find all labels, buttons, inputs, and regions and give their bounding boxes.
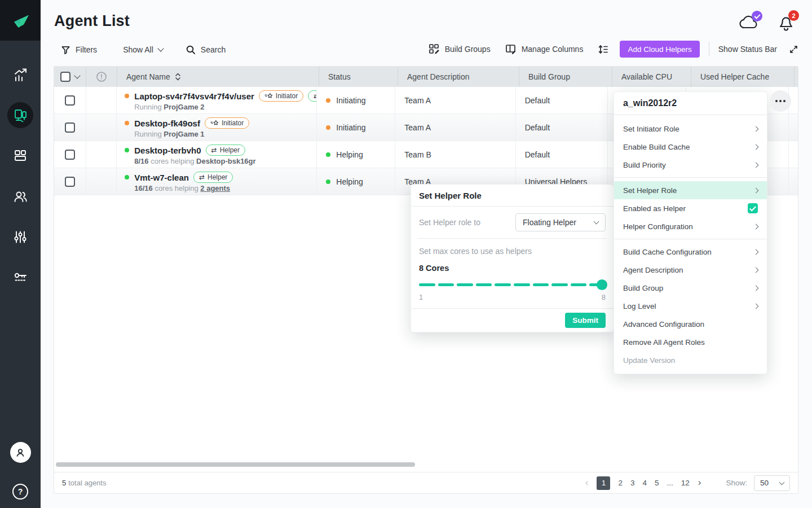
agent-name: Vmt-w7-clean (134, 173, 189, 182)
menu-item-build-cache-configuration[interactable]: Build Cache Configuration (614, 243, 767, 261)
menu-item-set-initiator-role[interactable]: Set Initiator Role (614, 120, 767, 138)
help-button[interactable]: ? (11, 482, 30, 501)
page-button[interactable]: 3 (630, 479, 635, 487)
cloud-status-button[interactable] (739, 14, 759, 30)
build-group-cell: Default (525, 150, 550, 159)
page-size-select[interactable]: 50 (754, 475, 790, 491)
agent-subtitle: 8/16 cores helping Desktop-bsk16gr (134, 157, 255, 165)
show-status-bar-button[interactable]: Show Status Bar (718, 45, 798, 54)
sidebar-item-settings[interactable] (0, 217, 41, 257)
row-checkbox[interactable] (65, 150, 75, 160)
dialog-title: Set Helper Role (411, 185, 614, 207)
row-actions-button[interactable] (770, 90, 791, 112)
build-groups-button[interactable]: Build Groups (429, 43, 491, 55)
row-checkbox[interactable] (65, 95, 75, 106)
slider-track[interactable] (419, 283, 606, 286)
column-header-agent-name[interactable]: Agent Name (117, 67, 319, 87)
logo-icon (8, 8, 33, 33)
manage-columns-button[interactable]: Manage Columns (505, 43, 584, 55)
agent-subtitle: 16/16 cores helping 2 agents (134, 184, 233, 192)
chevron-right-icon (753, 224, 759, 229)
user-avatar[interactable] (10, 442, 31, 463)
helped-agents-link[interactable]: 2 agents (200, 184, 230, 192)
agent-name: Laptop-sv4r7f4vsv4r7f4v/user (134, 91, 254, 101)
agent-state-dot (125, 121, 129, 125)
agent-state-dot (125, 175, 129, 179)
table-header-row: Agent Name Status Agent Description Buil… (54, 67, 798, 87)
sidebar-item-builds[interactable] (0, 135, 41, 176)
menu-item-build-priority[interactable]: Build Priority (614, 156, 767, 174)
chevron-right-icon (753, 187, 759, 193)
row-height-button[interactable] (598, 44, 608, 55)
page-button[interactable]: 4 (642, 479, 647, 487)
add-cloud-helpers-button[interactable]: Add Cloud Helpers (620, 41, 699, 58)
menu-item-build-group[interactable]: Build Group (614, 279, 767, 297)
enabled-helper-checkbox[interactable] (748, 203, 758, 213)
column-header-status[interactable]: Status (319, 67, 398, 87)
notifications-button[interactable]: 2 (778, 14, 795, 32)
initiator-badge: Initiator (205, 117, 249, 129)
sort-icon[interactable] (175, 73, 181, 81)
menu-item-enable-build-cache[interactable]: Enable Build Cache (614, 138, 767, 156)
cores-value: 8 Cores (419, 264, 606, 273)
swap-icon: ⇄ (199, 173, 205, 181)
chevron-right-icon (753, 303, 759, 309)
menu-item-advanced-configuration[interactable]: Advanced Configuration (614, 315, 767, 333)
agent-name-header-label: Agent Name (126, 72, 170, 81)
total-agents: 5total agents (62, 479, 106, 487)
page-button-active[interactable]: 1 (597, 476, 610, 490)
menu-item-set-helper-role[interactable]: Set Helper Role (614, 181, 767, 199)
submit-button[interactable]: Submit (565, 313, 606, 328)
column-header-available-cpu[interactable]: Available CPU (612, 67, 691, 87)
menu-item-remove-all-agent-roles[interactable]: Remove All Agent Roles (614, 333, 767, 351)
agent-name: Desktop-terbvh0 (134, 146, 201, 155)
menu-item-enabled-as-helper[interactable]: Enabled as Helper (614, 199, 767, 217)
cores-slider[interactable] (419, 279, 606, 290)
chevron-right-icon (753, 144, 759, 150)
filters-button[interactable]: Filters (61, 45, 97, 55)
menu-item-helper-configuration[interactable]: Helper Configuration (614, 217, 767, 235)
prev-page-button[interactable]: ‹ (585, 477, 589, 488)
menu-item-log-level[interactable]: Log Level (614, 297, 767, 315)
row-checkbox[interactable] (65, 177, 75, 187)
horizontal-scrollbar[interactable] (56, 462, 415, 467)
search-button[interactable]: Search (186, 45, 226, 55)
helper-role-select[interactable]: Floating Helper (515, 213, 606, 231)
swap-icon: ⇄ (211, 146, 217, 154)
row-height-icon (598, 44, 608, 55)
show-all-label: Show All (123, 45, 153, 54)
row-checkbox[interactable] (65, 122, 75, 133)
helper-badge-clipped: ⇄ Helper (308, 90, 317, 102)
sidebar-item-license[interactable] (0, 257, 41, 298)
sidebar-item-users[interactable] (0, 176, 41, 217)
sidebar-item-analytics[interactable] (0, 54, 41, 95)
build-groups-icon (429, 43, 440, 55)
next-page-button[interactable]: › (698, 477, 701, 488)
column-header-build-group[interactable]: Build Group (519, 67, 612, 87)
select-menu-chevron-icon[interactable] (74, 72, 80, 78)
column-header-description[interactable]: Agent Description (398, 67, 519, 87)
status-dot (326, 98, 330, 103)
users-icon (13, 189, 28, 204)
cloud-ok-badge (752, 11, 762, 21)
set-helper-role-dialog: Set Helper Role Set Helper role to Float… (411, 184, 614, 332)
page-button[interactable]: 5 (655, 479, 659, 487)
chevron-right-icon (753, 162, 759, 168)
pagination: ‹ 1 2 3 4 5 ... 12 › Show: 50 (585, 475, 790, 491)
page-button[interactable]: 12 (681, 479, 690, 487)
select-all-checkbox[interactable] (60, 72, 70, 82)
app-logo[interactable] (0, 0, 41, 41)
filter-icon (61, 45, 70, 55)
table-footer: 5total agents ‹ 1 2 3 4 5 ... 12 › Show:… (54, 472, 798, 493)
menu-item-agent-description[interactable]: Agent Description (614, 261, 767, 279)
slider-thumb[interactable] (597, 279, 607, 290)
show-all-dropdown[interactable]: Show All (123, 45, 163, 54)
column-header-helper-cache[interactable]: Used Helper Cache (691, 67, 795, 87)
max-cores-label: Set max cores to use as helpers (419, 247, 606, 256)
search-label: Search (201, 45, 226, 54)
description-cell: Team A (404, 96, 431, 105)
sidebar-item-agents[interactable] (0, 95, 41, 135)
svg-text:?: ? (18, 487, 23, 496)
page-button[interactable]: 2 (618, 479, 623, 487)
status-label: Initiating (336, 123, 365, 132)
